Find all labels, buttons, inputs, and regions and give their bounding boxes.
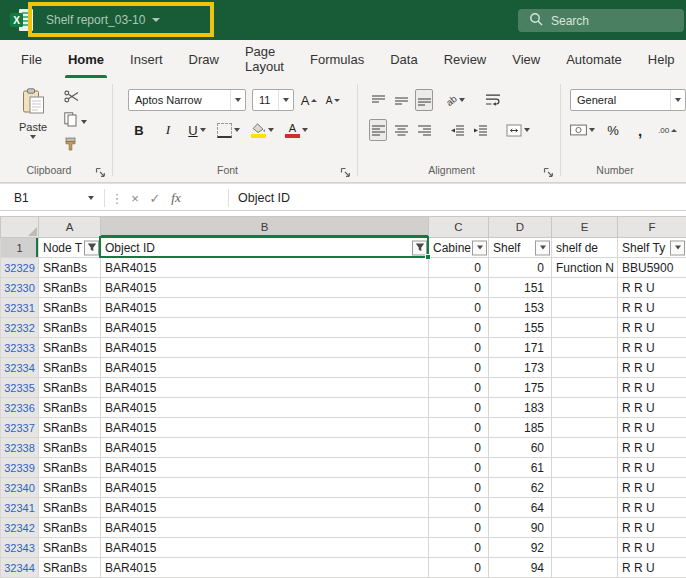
orientation-button[interactable]: ab [446, 89, 465, 111]
tab-file[interactable]: File [8, 40, 55, 78]
cell-f[interactable]: R R U [618, 358, 686, 378]
cell-c[interactable]: 0 [429, 278, 489, 298]
increase-font-size-button[interactable]: A [300, 89, 318, 111]
row-header[interactable]: 32331 [1, 298, 39, 318]
row-header[interactable]: 32333 [1, 338, 39, 358]
cell-f[interactable]: BBU5900 [618, 258, 686, 278]
filter-dropdown-button-f[interactable] [670, 240, 685, 255]
column-header-f[interactable]: F [618, 217, 686, 238]
cell-a[interactable]: SRanBs [39, 398, 101, 418]
cell-d[interactable]: 64 [489, 498, 552, 518]
cell-b[interactable]: BAR4015 [101, 538, 429, 558]
filter-dropdown-button-d[interactable] [535, 240, 550, 255]
cell-b[interactable]: BAR4015 [101, 298, 429, 318]
cell-b[interactable]: BAR4015 [101, 258, 429, 278]
cell-c[interactable]: 0 [429, 318, 489, 338]
cell-a[interactable]: SRanBs [39, 298, 101, 318]
cell-a[interactable]: SRanBs [39, 478, 101, 498]
cell-e[interactable] [552, 498, 618, 518]
header-cell-shelf[interactable]: Shelf [489, 238, 552, 258]
cell-d[interactable]: 0 [489, 258, 552, 278]
cell-a[interactable]: SRanBs [39, 558, 101, 578]
align-center-button[interactable] [392, 119, 410, 141]
cell-f[interactable]: R R U [618, 458, 686, 478]
cell-a[interactable]: SRanBs [39, 258, 101, 278]
row-header[interactable]: 32340 [1, 478, 39, 498]
cell-a[interactable]: SRanBs [39, 438, 101, 458]
cell-e[interactable] [552, 418, 618, 438]
cell-a[interactable]: SRanBs [39, 458, 101, 478]
cell-a[interactable]: SRanBs [39, 358, 101, 378]
cell-d[interactable]: 155 [489, 318, 552, 338]
cell-a[interactable]: SRanBs [39, 338, 101, 358]
cell-e[interactable]: Function N [552, 258, 618, 278]
paste-button[interactable]: Paste [10, 85, 56, 163]
row-header[interactable]: 32330 [1, 278, 39, 298]
align-left-button[interactable] [369, 119, 387, 141]
cell-f[interactable]: R R U [618, 518, 686, 538]
cell-e[interactable] [552, 298, 618, 318]
cell-a[interactable]: SRanBs [39, 378, 101, 398]
cell-d[interactable]: 62 [489, 478, 552, 498]
accounting-format-button[interactable] [570, 119, 595, 141]
cell-b[interactable]: BAR4015 [101, 378, 429, 398]
row-header[interactable]: 32332 [1, 318, 39, 338]
middle-align-button[interactable] [392, 89, 410, 111]
cell-a[interactable]: SRanBs [39, 518, 101, 538]
cell-d[interactable]: 151 [489, 278, 552, 298]
row-header[interactable]: 32336 [1, 398, 39, 418]
tab-help[interactable]: Help [635, 40, 686, 78]
header-cell-shelf-type[interactable]: Shelf Ty [618, 238, 686, 258]
comma-style-button[interactable]: , [631, 119, 649, 141]
cell-a[interactable]: SRanBs [39, 498, 101, 518]
fill-handle[interactable] [425, 254, 431, 260]
name-box[interactable]: B1 [6, 188, 102, 208]
underline-button[interactable]: U [188, 119, 206, 141]
formula-input[interactable]: Object ID [238, 184, 290, 212]
insert-function-button[interactable]: fx [165, 184, 187, 212]
font-name-dropdown-caret[interactable] [230, 90, 245, 110]
cell-d[interactable]: 60 [489, 438, 552, 458]
cell-d[interactable]: 94 [489, 558, 552, 578]
cell-c[interactable]: 0 [429, 558, 489, 578]
tab-review[interactable]: Review [431, 40, 500, 78]
cell-f[interactable]: R R U [618, 318, 686, 338]
filter-funnel-button-a[interactable] [84, 240, 99, 255]
cell-b[interactable]: BAR4015 [101, 338, 429, 358]
row-header[interactable]: 32334 [1, 358, 39, 378]
cell-c[interactable]: 0 [429, 338, 489, 358]
percent-style-button[interactable]: % [604, 119, 622, 141]
cell-f[interactable]: R R U [618, 418, 686, 438]
font-name-combobox[interactable]: Aptos Narrow [128, 89, 246, 111]
cell-e[interactable] [552, 478, 618, 498]
format-painter-button[interactable] [62, 137, 100, 154]
clipboard-dialog-launcher[interactable] [95, 164, 107, 176]
row-header[interactable]: 32338 [1, 438, 39, 458]
cell-e[interactable] [552, 378, 618, 398]
header-cell-node-type[interactable]: Node T [39, 238, 101, 258]
cell-f[interactable]: R R U [618, 278, 686, 298]
row-header-1[interactable]: 1 [1, 238, 39, 258]
cell-b[interactable]: BAR4015 [101, 358, 429, 378]
cell-b[interactable]: BAR4015 [101, 478, 429, 498]
copy-button[interactable] [62, 113, 100, 130]
header-cell-shelf-description[interactable]: shelf de [552, 238, 618, 258]
decrease-font-size-button[interactable]: A [324, 89, 342, 111]
cell-b[interactable]: BAR4015 [101, 518, 429, 538]
filter-dropdown-button-c[interactable] [472, 240, 487, 255]
cell-c[interactable]: 0 [429, 298, 489, 318]
cell-a[interactable]: SRanBs [39, 418, 101, 438]
row-header[interactable]: 32342 [1, 518, 39, 538]
increase-decimal-button[interactable]: .00 [658, 119, 677, 141]
cell-d[interactable]: 171 [489, 338, 552, 358]
cell-c[interactable]: 0 [429, 478, 489, 498]
top-align-button[interactable] [369, 89, 387, 111]
cell-c[interactable]: 0 [429, 498, 489, 518]
cell-f[interactable]: R R U [618, 378, 686, 398]
tab-draw[interactable]: Draw [176, 40, 232, 78]
tab-insert[interactable]: Insert [117, 40, 176, 78]
cell-f[interactable]: R R U [618, 298, 686, 318]
bottom-align-button[interactable] [415, 89, 433, 111]
header-cell-object-id[interactable]: Object ID [101, 238, 429, 258]
cell-e[interactable] [552, 398, 618, 418]
